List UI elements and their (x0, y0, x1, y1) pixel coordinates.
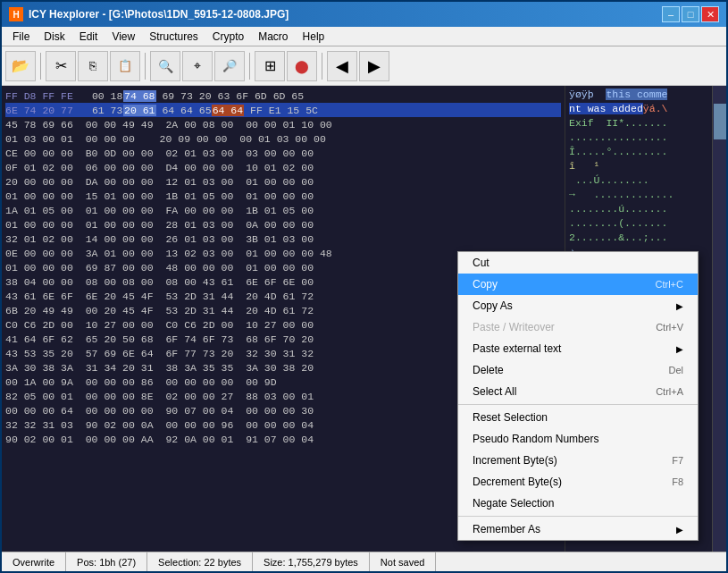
record-button[interactable]: ⬤ (287, 51, 317, 81)
close-button[interactable]: ✕ (701, 6, 719, 22)
ctx-select-all-shortcut: Ctrl+A (656, 386, 683, 397)
ctx-paste-label: Paste / Writeover (473, 321, 555, 333)
ctx-inc-byte-shortcut: F7 (672, 455, 683, 466)
menu-disk[interactable]: Disk (37, 27, 71, 46)
menu-macro[interactable]: Macro (251, 27, 295, 46)
ctx-remember-arrow: ▶ (676, 525, 683, 535)
ctx-negate-label: Negate Selection (473, 497, 554, 510)
hex-bytes-0b: 69 73 20 63 (156, 90, 237, 102)
open-button[interactable]: 📂 (5, 51, 36, 81)
ctx-copy-as[interactable]: Copy As ▶ (458, 295, 698, 316)
toolbar-sep-3 (249, 53, 250, 80)
main-area: FF D8 FF FE 00 18 74 68 69 73 20 63 6F 6… (2, 86, 726, 552)
hex-row-10: 32 01 02 00 14 00 00 00 26 01 03 00 3B 0… (5, 232, 561, 246)
ctx-remember-label: Remember As (473, 523, 540, 535)
ctx-inc-byte-label: Increment Byte(s) (473, 454, 557, 467)
hex-row-0: FF D8 FF FE 00 18 74 68 69 73 20 63 6F 6… (5, 88, 561, 103)
status-bar: Overwrite Pos: 1bh (27) Selection: 22 by… (2, 552, 726, 571)
menu-bar: File Disk Edit View Structures Crypto Ma… (2, 27, 726, 46)
menu-crypto[interactable]: Crypto (205, 27, 251, 46)
toolbar-sep-4 (322, 53, 322, 80)
ctx-dec-byte[interactable]: Decrement Byte(s) F8 (458, 471, 698, 493)
ascii-row-3: ................ (569, 131, 708, 146)
ascii-row-8: ........ú....... (569, 203, 708, 217)
app-icon: H (9, 7, 23, 21)
status-saved-label: Not saved (381, 557, 425, 568)
hex-row-5: 0F 01 02 00 06 00 00 00 D4 00 00 00 10 0… (5, 160, 561, 174)
menu-structures[interactable]: Structures (142, 27, 205, 46)
ctx-reset-selection[interactable]: Reset Selection (458, 407, 698, 428)
hex-bytes-0a: 00 18 (86, 90, 123, 102)
ctx-separator-1 (458, 404, 698, 405)
goto-button[interactable]: ⌖ (182, 51, 213, 81)
main-window: H ICY Hexplorer - [G:\Photos\1DN_5915-12… (0, 0, 728, 573)
hex-row-2: 45 78 69 66 00 00 49 49 2A 00 08 00 00 0… (5, 117, 561, 131)
ctx-cut-label: Cut (473, 257, 490, 269)
ctx-paste-ext-label: Paste external text (473, 342, 561, 355)
ctx-copy[interactable]: Copy Ctrl+C (458, 274, 698, 295)
ascii-row-4: Î.....°......... (569, 146, 708, 160)
ascii-row-2: Exif II*....... (569, 117, 708, 131)
vertical-scrollbar[interactable] (712, 86, 726, 552)
hex-row-1: 6E 74 20 77 61 73 20 61 64 64 65 64 64 F… (5, 103, 561, 117)
status-position-label: Pos: 1bh (27) (77, 557, 136, 568)
hex-bytes-2: 45 78 69 66 00 00 49 49 2A 00 08 00 00 0… (5, 119, 332, 131)
ctx-negate[interactable]: Negate Selection (458, 493, 698, 514)
window-title: ICY Hexplorer - [G:\Photos\1DN_5915-12-0… (29, 8, 289, 21)
menu-file[interactable]: File (5, 27, 37, 46)
ctx-paste-ext-arrow: ▶ (676, 344, 683, 354)
scrollbar-thumb[interactable] (714, 104, 726, 139)
ctx-paste-shortcut: Ctrl+V (656, 322, 683, 333)
hex-sel-1c: 64 64 (212, 105, 245, 116)
title-controls: – □ ✕ (662, 6, 719, 22)
minimize-button[interactable]: – (662, 6, 680, 22)
ctx-select-all[interactable]: Select All Ctrl+A (458, 381, 698, 402)
ctx-select-all-label: Select All (473, 385, 516, 398)
ctx-copy-as-arrow: ▶ (676, 301, 683, 311)
ascii-row-6: ...Ú........ (569, 174, 708, 189)
back-button[interactable]: ◀ (327, 51, 357, 81)
ctx-copy-as-label: Copy As (473, 299, 513, 312)
ctx-paste: Paste / Writeover Ctrl+V (458, 316, 698, 338)
context-menu: Cut Copy Ctrl+C Copy As ▶ Paste / Writeo… (457, 251, 699, 541)
ctx-inc-byte[interactable]: Increment Byte(s) F7 (458, 450, 698, 471)
menu-help[interactable]: Help (296, 27, 332, 46)
cut-toolbar-button[interactable]: ✂ (46, 51, 76, 81)
ctx-remember[interactable]: Remember As ▶ (458, 518, 698, 540)
hex-bytes-1a: 61 73 (86, 105, 123, 116)
toolbar: 📂 ✂ ⎘ 📋 🔍 ⌖ 🔎 ⊞ ⬤ ◀ ▶ (2, 46, 726, 86)
ctx-prng-label: Pseudo Random Numbers (473, 433, 598, 445)
ascii-row-0: ÿøÿþ this comme (569, 88, 708, 103)
menu-edit[interactable]: Edit (72, 27, 105, 46)
status-size: Size: 1,755,279 bytes (253, 552, 370, 571)
hex-bytes-1d: FF E1 15 5C (244, 105, 318, 116)
copy-toolbar-button[interactable]: ⎘ (78, 51, 108, 81)
hex-bytes-0c: 6F 6D 6D 65 (236, 90, 304, 102)
title-bar: H ICY Hexplorer - [G:\Photos\1DN_5915-12… (2, 2, 726, 27)
ctx-delete[interactable]: Delete Del (458, 359, 698, 381)
menu-view[interactable]: View (105, 27, 142, 46)
maximize-button[interactable]: □ (682, 6, 699, 22)
ctx-dec-byte-label: Decrement Byte(s) (473, 476, 562, 488)
paste-toolbar-button[interactable]: 📋 (110, 51, 140, 81)
ascii-row-10: 2.......&...;... (569, 232, 708, 246)
hex-row-4: CE 00 00 00 B0 0D 00 00 02 01 03 00 03 0… (5, 146, 561, 160)
ctx-reset-selection-label: Reset Selection (473, 411, 548, 424)
ctx-delete-label: Delete (473, 364, 504, 376)
status-mode: Overwrite (2, 552, 66, 571)
ctx-cut[interactable]: Cut (458, 252, 698, 274)
hex-addr-0: FF D8 FF FE (5, 90, 86, 102)
ctx-prng[interactable]: Pseudo Random Numbers (458, 428, 698, 450)
toolbar-sep-1 (40, 53, 41, 80)
select-button[interactable]: ⊞ (255, 51, 285, 81)
hex-addr-1: 6E 74 20 77 (5, 105, 86, 116)
ascii-row-5: î ¹ (569, 160, 708, 174)
ctx-dec-byte-shortcut: F8 (672, 476, 683, 487)
status-saved: Not saved (370, 552, 437, 571)
find-button[interactable]: 🔍 (150, 51, 180, 81)
hex-row-7: 01 00 00 00 15 01 00 00 1B 01 05 00 01 0… (5, 189, 561, 203)
ctx-paste-ext[interactable]: Paste external text ▶ (458, 338, 698, 359)
hex-row-6: 20 00 00 00 DA 00 00 00 12 01 03 00 01 0… (5, 174, 561, 189)
find2-button[interactable]: 🔎 (214, 51, 245, 81)
forward-button[interactable]: ▶ (359, 51, 389, 81)
